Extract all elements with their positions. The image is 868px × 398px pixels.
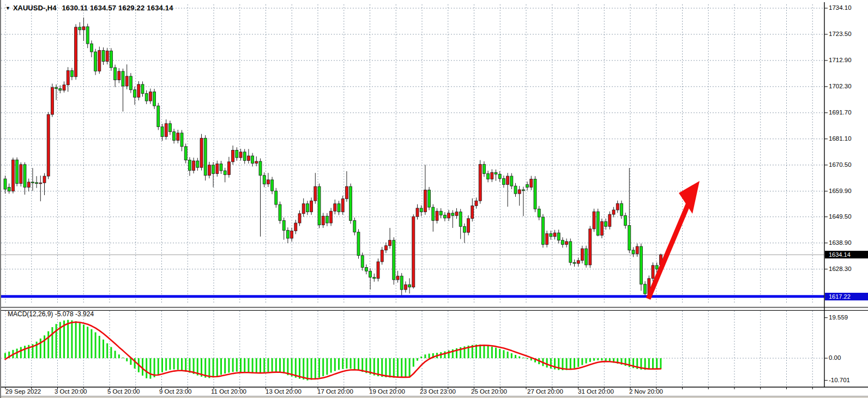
macd-histogram-bar	[185, 358, 186, 372]
macd-histogram-bar	[220, 358, 222, 375]
macd-histogram-bar	[99, 336, 100, 358]
candle-body	[389, 240, 391, 246]
candle-body	[436, 211, 438, 220]
candle-body	[243, 152, 246, 161]
macd-histogram-bar	[550, 358, 552, 369]
candle-body	[471, 206, 474, 219]
macd-histogram-bar	[142, 358, 143, 376]
macd-histogram-bar	[566, 358, 568, 370]
macd-histogram-bar	[522, 358, 524, 358]
candle-body	[161, 127, 164, 137]
candle-body	[263, 176, 266, 184]
candle-body	[177, 133, 179, 141]
macd-histogram-bar	[322, 358, 324, 376]
macd-histogram-bar	[283, 358, 285, 373]
price-axis-label: 1702.30	[829, 83, 852, 89]
macd-histogram-bar	[601, 358, 602, 360]
candle-body	[573, 262, 576, 263]
macd-histogram-bar	[589, 358, 591, 362]
panel-separator[interactable]	[1, 307, 868, 311]
candle-body	[530, 179, 533, 187]
macd-histogram-bar	[491, 347, 493, 358]
candle-body	[518, 190, 521, 194]
candle-body	[294, 223, 297, 231]
candle-body	[514, 186, 517, 194]
candle-body	[20, 165, 22, 184]
macd-histogram-bar	[110, 347, 112, 358]
candle-body	[326, 216, 328, 223]
symbol-dropdown-icon[interactable]: ▼	[5, 5, 10, 11]
candle-body	[168, 124, 171, 132]
candle-body	[212, 165, 215, 174]
macd-axis-label: 0.00	[829, 354, 841, 361]
macd-histogram-bar	[149, 358, 151, 379]
candle-body	[4, 179, 7, 189]
candle-body	[424, 190, 426, 212]
candle-body	[11, 160, 14, 191]
candle-body	[271, 180, 274, 191]
macd-histogram-bar	[519, 357, 520, 358]
macd-histogram-bar	[158, 358, 159, 375]
candle-body	[141, 85, 144, 94]
candle-body	[157, 106, 160, 126]
candle-body	[640, 246, 642, 284]
candle-body	[129, 76, 132, 90]
candle-body	[596, 212, 599, 235]
macd-histogram-bar	[381, 358, 383, 377]
candle-body	[137, 85, 140, 98]
macd-histogram-bar	[593, 358, 595, 361]
macd-histogram-bar	[169, 358, 171, 370]
candle-body	[251, 156, 254, 164]
candle-body	[616, 203, 619, 210]
candle-body	[396, 276, 399, 280]
candle-body	[439, 211, 442, 215]
candle-body	[118, 71, 120, 80]
price-axis-label: 1659.90	[829, 188, 852, 194]
macd-histogram-bar	[252, 358, 254, 373]
macd-histogram-bar	[495, 348, 497, 358]
candle-body	[196, 161, 199, 167]
candle-body	[173, 132, 176, 141]
macd-histogram-bar	[586, 358, 587, 364]
macd-histogram-bar	[56, 324, 57, 358]
macd-histogram-bar	[236, 358, 238, 372]
candle-body	[204, 138, 207, 175]
macd-histogram-bar	[130, 358, 131, 365]
candle-body	[577, 261, 580, 263]
macd-histogram-bar	[385, 358, 387, 377]
candle-body	[102, 50, 105, 61]
macd-histogram-bar	[67, 320, 69, 358]
time-axis-label: 3 Oct 20:00	[55, 388, 87, 395]
candle-body	[620, 203, 623, 215]
macd-histogram-bar	[361, 358, 363, 372]
candle-body	[451, 213, 454, 216]
macd-histogram-bar	[71, 320, 73, 358]
macd-histogram-bar	[444, 351, 445, 358]
macd-histogram-bar	[51, 327, 53, 358]
macd-histogram-bar	[272, 358, 273, 372]
macd-histogram-bar	[95, 333, 97, 359]
candle-body	[330, 211, 333, 223]
macd-histogram-bar	[173, 358, 175, 370]
time-axis-label: 29 Sep 2022	[5, 388, 41, 395]
chart-title: ▼XAUUSD-,H41630.11 1634.57 1629.22 1634.…	[5, 4, 173, 12]
candle-body	[114, 68, 117, 80]
candle-body	[553, 233, 556, 237]
candle-body	[349, 186, 352, 220]
candle-body	[55, 87, 58, 88]
chart-window: ▼XAUUSD-,H41630.11 1634.57 1629.22 1634.…	[0, 0, 868, 398]
candle-body	[224, 171, 226, 174]
macd-histogram-bar	[311, 358, 312, 380]
macd-histogram-bar	[165, 358, 167, 371]
candle-body	[498, 174, 501, 178]
macd-histogram-bar	[350, 358, 352, 369]
price-axis-label: 1670.50	[829, 161, 852, 168]
macd-histogram-bar	[181, 358, 183, 371]
up-arrow-head	[679, 181, 700, 214]
candle-body	[35, 183, 38, 184]
candle-body	[420, 208, 423, 212]
price-axis-label: 1712.90	[829, 57, 852, 63]
candle-body	[483, 164, 485, 173]
time-axis-label: 31 Oct 20:00	[578, 388, 614, 395]
chart-canvas[interactable]	[1, 0, 868, 398]
